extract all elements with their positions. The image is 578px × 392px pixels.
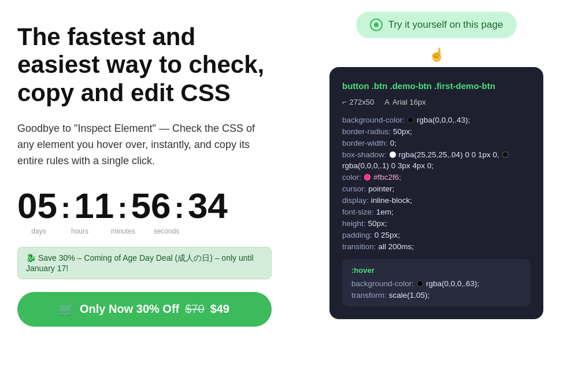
- countdown-days: 05: [17, 188, 57, 224]
- label-minutes: minutes: [99, 227, 147, 235]
- hover-properties: background-color: rgba(0,0,0,.63); trans…: [351, 279, 521, 299]
- prop-background-color: background-color: rgba(0,0,0,.43);: [342, 116, 531, 124]
- headline: The fastest and easiest way to check, co…: [17, 23, 272, 107]
- countdown-hours: 11: [74, 188, 114, 224]
- prop-transition: transition: all 200ms;: [342, 242, 531, 251]
- countdown-sep-2: :: [117, 193, 127, 223]
- css-meta: ⌐ 272x50 A Arial 16px: [342, 98, 531, 106]
- prop-display: display: inline-block;: [342, 196, 531, 205]
- countdown-seconds: 34: [188, 188, 228, 224]
- eye-inner: [374, 23, 379, 27]
- try-btn-label: Try it yourself on this page: [388, 19, 503, 31]
- cart-icon: 🛒: [60, 302, 74, 316]
- cursor-hint: ☝️: [429, 47, 444, 62]
- eye-icon: [370, 19, 383, 31]
- prop-color: color: #fbc2f6;: [342, 173, 531, 182]
- left-panel: The fastest and easiest way to check, co…: [0, 0, 295, 392]
- css-card: button .btn .demo-btn .first-demo-btn ⌐ …: [329, 67, 543, 319]
- meta-font: A Arial 16px: [384, 98, 425, 106]
- try-it-button[interactable]: Try it yourself on this page: [356, 12, 517, 38]
- hover-prop-bg: background-color: rgba(0,0,0,.63);: [351, 279, 521, 288]
- color-dot-shadow2: [502, 151, 509, 158]
- original-price: $70: [185, 302, 204, 316]
- css-properties: background-color: rgba(0,0,0,.43); borde…: [342, 116, 531, 251]
- subtitle: Goodbye to "Inspect Element" — Check the…: [17, 121, 272, 169]
- cta-label: Only Now 30% Off: [80, 302, 179, 316]
- promo-text: 🐉 Save 30% – Coming of Age Day Deal (成人の…: [26, 253, 263, 273]
- color-dot-shadow1: [390, 151, 396, 158]
- label-hours: hours: [60, 227, 99, 235]
- prop-padding: padding: 0 25px;: [342, 231, 531, 239]
- promo-banner: 🐉 Save 30% – Coming of Age Day Deal (成人の…: [17, 247, 272, 279]
- label-days: days: [17, 227, 60, 235]
- prop-border-width: border-width: 0;: [342, 139, 531, 147]
- prop-box-shadow: box-shadow: rgba(25,25,25,.04) 0 0 1px 0…: [342, 150, 531, 170]
- prop-cursor: cursor: pointer;: [342, 184, 531, 193]
- color-dot-bg: [407, 117, 414, 123]
- meta-size: ⌐ 272x50: [342, 98, 374, 106]
- prop-border-radius: border-radius: 50px;: [342, 127, 531, 136]
- hover-label: :hover: [351, 266, 521, 275]
- right-panel: Try it yourself on this page ☝️ button .…: [295, 0, 578, 392]
- cta-button[interactable]: 🛒 Only Now 30% Off $70 $49: [17, 292, 272, 327]
- prop-font-size: font-size: 1em;: [342, 208, 531, 216]
- countdown-labels: days hours minutes seconds: [17, 227, 272, 235]
- font-icon: A: [384, 98, 390, 106]
- label-seconds: seconds: [147, 227, 186, 235]
- new-price: $49: [210, 302, 229, 316]
- countdown-sep-1: :: [61, 193, 71, 223]
- hover-prop-transform: transform: scale(1.05);: [351, 291, 521, 299]
- css-selector: button .btn .demo-btn .first-demo-btn: [342, 80, 531, 92]
- hover-section: :hover background-color: rgba(0,0,0,.63)…: [342, 259, 531, 306]
- color-dot-color: [364, 174, 370, 180]
- size-icon: ⌐: [342, 98, 347, 106]
- prop-height: height: 50px;: [342, 219, 531, 228]
- countdown-minutes: 56: [131, 188, 171, 224]
- countdown: 05 : 11 : 56 : 34: [17, 188, 272, 224]
- hover-color-dot: [417, 280, 423, 287]
- countdown-sep-3: :: [175, 193, 184, 223]
